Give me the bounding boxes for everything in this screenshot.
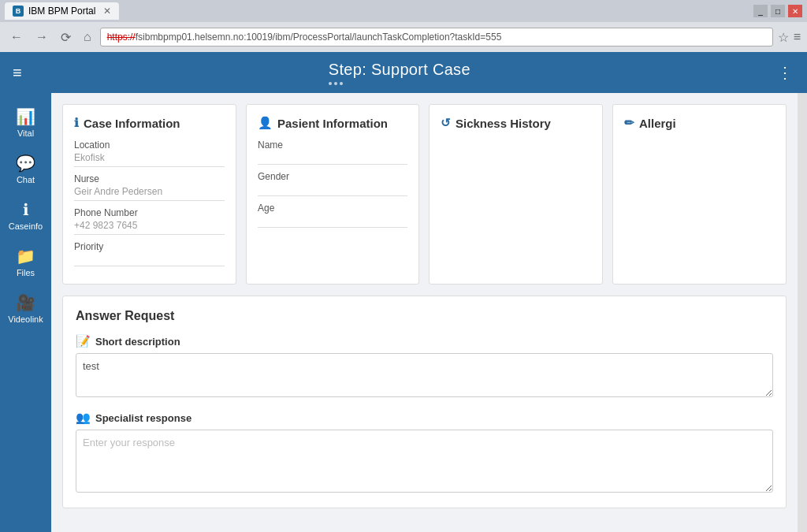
browser-toolbar: ← → ⟳ ⌂ https://fsibmbpmp01.helsemn.no:1… [0,22,807,52]
sidebar: 📊 Vital 💬 Chat ℹ Caseinfo 📁 Files 🎥 Vide… [0,93,51,532]
priority-value [74,254,225,266]
field-nurse: Nurse Geir Andre Pedersen [74,173,225,201]
chat-icon: 💬 [16,154,35,173]
specialist-response-label-group: 👥 Specialist response [76,411,773,425]
videolink-icon: 🎥 [16,293,35,312]
patient-information-title: 👤 Pasient Information [258,116,407,130]
priority-label: Priority [74,241,225,252]
gender-value [258,184,407,196]
app-header: ≡ Step: Support Case ⋮ [0,52,807,93]
titlebar-controls: _ □ ✕ [753,5,802,17]
back-button[interactable]: ← [6,28,27,46]
nurse-label: Nurse [74,173,225,184]
tab-icon: B [13,6,24,17]
allergi-icon: ✏ [624,116,634,130]
files-icon: 📁 [16,247,35,266]
allergi-title: ✏ Allergi [624,116,775,130]
sickness-history-card: ↺ Sickness History [429,104,603,285]
specialist-response-textarea[interactable] [76,430,773,493]
history-icon: ↺ [441,116,451,130]
hamburger-menu-button[interactable]: ≡ [13,64,22,82]
location-label: Location [74,140,225,151]
field-location: Location Ekofisk [74,140,225,167]
field-phone-number: Phone Number +42 9823 7645 [74,207,225,235]
case-information-title: ℹ Case Information [74,116,225,130]
sickness-history-title: ↺ Sickness History [441,116,591,130]
sidebar-item-caseinfo[interactable]: ℹ Caseinfo [0,192,51,239]
patient-information-card: 👤 Pasient Information Name Gender Age [246,104,419,285]
phone-number-value: +42 9823 7645 [74,220,225,235]
close-button[interactable]: ✕ [788,5,802,17]
sidebar-item-chat-label: Chat [17,175,35,184]
minimize-button[interactable]: _ [753,5,768,17]
sidebar-item-vital[interactable]: 📊 Vital [0,99,51,146]
allergi-card: ✏ Allergi [612,104,787,285]
name-label: Name [258,140,407,151]
short-description-label-group: 📝 Short description [76,334,773,348]
field-priority: Priority [74,241,225,266]
answer-request-section: Answer Request 📝 Short description test … [62,296,787,508]
address-path: :10019/ibm/ProcessPortal/launchTaskCompl… [244,32,501,43]
short-description-label: Short description [95,336,180,348]
specialist-icon: 👥 [76,411,91,425]
address-bar[interactable]: https://fsibmbpmp01.helsemn.no:10019/ibm… [100,28,773,47]
age-label: Age [258,203,407,214]
sidebar-item-chat[interactable]: 💬 Chat [0,146,51,192]
home-button[interactable]: ⌂ [80,28,95,46]
sidebar-item-files-label: Files [17,268,35,277]
sidebar-item-files[interactable]: 📁 Files [0,239,51,285]
scrollbar-track[interactable] [798,93,807,532]
address-prefix: https:// [107,32,136,43]
vital-icon: 📊 [16,107,35,126]
browser-tab[interactable]: B IBM BPM Portal ✕ [5,2,119,20]
field-gender: Gender [258,171,407,196]
gender-label: Gender [258,171,407,182]
name-value [258,152,407,165]
forward-button[interactable]: → [32,28,52,46]
specialist-response-label: Specialist response [95,412,192,424]
page-title: Step: Support Case [329,61,470,79]
bookmark-button[interactable]: ☆ [778,30,789,45]
age-value [258,215,407,228]
refresh-button[interactable]: ⟳ [57,28,75,47]
browser-menu-button[interactable]: ≡ [794,30,801,44]
phone-number-label: Phone Number [74,207,225,218]
browser-chrome: B IBM BPM Portal ✕ _ □ ✕ ← → ⟳ ⌂ https:/… [0,0,807,52]
cards-row: ℹ Case Information Location Ekofisk Nurs… [62,104,787,285]
tab-close[interactable]: ✕ [103,6,111,17]
content-area: ℹ Case Information Location Ekofisk Nurs… [51,93,798,532]
address-domain: fsibmbpmp01.helsemn.no [136,32,244,43]
restore-button[interactable]: □ [771,5,785,17]
field-age: Age [258,203,407,228]
sidebar-item-videolink-label: Videolink [8,314,43,324]
sidebar-item-videolink[interactable]: 🎥 Videolink [0,285,51,332]
answer-request-title: Answer Request [76,309,773,323]
short-description-icon: 📝 [76,334,91,348]
header-dots [329,82,470,85]
options-menu-button[interactable]: ⋮ [777,63,794,82]
patient-icon: 👤 [258,116,273,130]
main-layout: 📊 Vital 💬 Chat ℹ Caseinfo 📁 Files 🎥 Vide… [0,93,807,532]
browser-titlebar: B IBM BPM Portal ✕ _ □ ✕ [0,0,807,22]
short-description-textarea[interactable]: test [76,353,773,397]
field-name: Name [258,140,407,165]
tab-label: IBM BPM Portal [28,6,95,17]
nurse-value: Geir Andre Pedersen [74,186,225,201]
caseinfo-icon: ℹ [23,200,29,219]
case-information-card: ℹ Case Information Location Ekofisk Nurs… [62,104,236,285]
case-info-icon: ℹ [74,116,79,130]
sidebar-item-caseinfo-label: Caseinfo [9,221,43,231]
location-value: Ekofisk [74,152,225,167]
sidebar-item-vital-label: Vital [17,128,34,138]
header-title-group: Step: Support Case [329,61,470,85]
